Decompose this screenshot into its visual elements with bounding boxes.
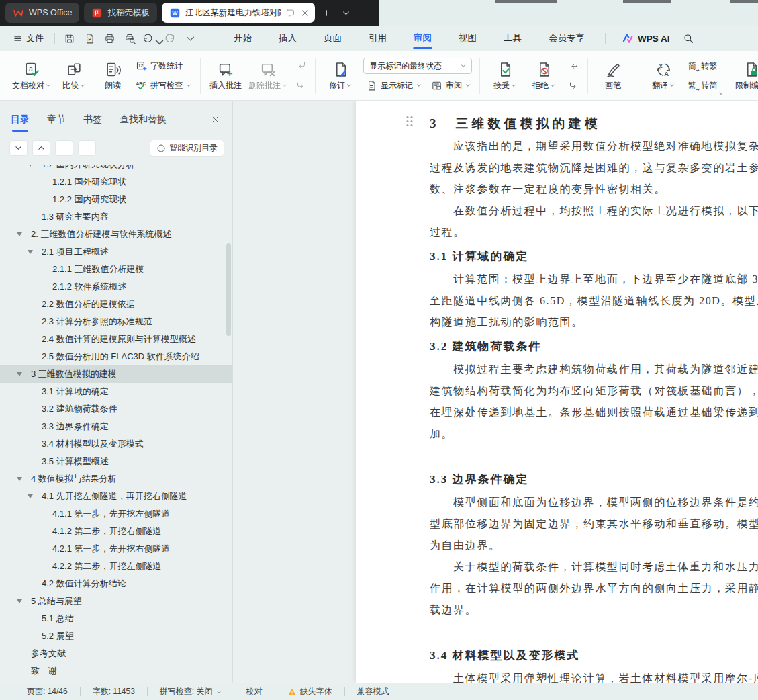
toc-expand-down-button[interactable] [9,140,28,156]
document-page[interactable]: 3 三维数值模拟的建模应该指出的是，期望采用数值分析模型绝对准确地模拟复杂的盾构… [356,101,758,683]
toc-item[interactable]: 4.1 先开挖左侧隧道，再开挖右侧隧道 [0,488,232,505]
sidebar-tab-chapters[interactable]: 章节 [47,114,66,126]
menu-tab-review[interactable]: 审阅 [400,26,445,51]
status-page-indicator[interactable]: 页面: 14/46 [27,683,80,700]
new-tab-button[interactable] [320,5,334,20]
status-spell-check[interactable]: 拼写检查: 关闭 [148,683,234,700]
sidebar-tab-bookmarks[interactable]: 书签 [83,114,102,126]
previous-change-button[interactable] [565,58,581,74]
paragraph-drag-handle[interactable] [406,116,414,127]
toc-item[interactable]: 4.1.2 第二步，开挖右侧隧道 [0,523,232,540]
toc-item[interactable]: 致 谢 [0,662,232,680]
status-proofread[interactable]: 校对 [234,683,275,700]
toc-item[interactable]: 4.2.1 第一步，先开挖右侧隧道 [0,540,232,558]
toc-expand-arrow[interactable] [17,232,22,236]
wps-ai-button[interactable]: WPS AI [622,32,670,44]
spell-check-button[interactable]: ABC拼写检查 [133,77,194,93]
toc-item[interactable]: 2.1.2 软件系统概述 [0,278,232,296]
compare-button[interactable]: 比较 [55,55,93,97]
toc-item[interactable]: 1.2 国内外研究现状分析 [0,165,232,173]
save-button[interactable] [60,30,79,47]
markup-state-select[interactable]: 显示标记的最终状态 [363,58,472,74]
toc-item[interactable]: 4.2 数值计算分析结论 [0,575,232,593]
toc-item[interactable]: 4.1.1 第一步，先开挖左侧隧道 [0,505,232,523]
reject-button[interactable]: 拒绝 [525,55,563,97]
tab-list-chevron-icon[interactable] [339,5,354,20]
sidebar-scrollbar[interactable] [226,243,231,336]
menu-tab-insert[interactable]: 插入 [265,26,310,51]
status-compat-mode[interactable]: 兼容模式 [345,683,401,700]
previous-comment-button[interactable] [293,58,309,74]
menu-tab-start[interactable]: 开始 [220,26,265,51]
print-preview-button[interactable] [121,30,139,47]
search-button[interactable] [679,30,697,47]
undo-button[interactable] [141,30,159,47]
show-markup-button[interactable]: 显示标记 [363,77,424,93]
toc-item[interactable]: 3.5 计算模型概述 [0,453,232,470]
toc-item[interactable]: 2.3 计算分析参照的标准规范 [0,313,232,331]
delete-comment-button[interactable]: 删除批注 [246,55,290,97]
translate-button[interactable]: xA翻译 [645,55,682,97]
toc-expand-arrow[interactable] [17,477,22,481]
toc-item[interactable]: 1.2.1 国外研究现状 [0,173,232,191]
toc-collapse-all-button[interactable] [78,140,96,156]
toc-expand-arrow[interactable] [28,250,33,254]
toc-expand-arrow[interactable] [28,165,33,167]
print-button[interactable] [101,30,119,47]
toc-collapse-up-button[interactable] [32,140,50,156]
toc-item[interactable]: 3 三维数值模拟的建模 [0,365,232,383]
menu-tab-view[interactable]: 视图 [445,26,490,51]
sidebar-tab-find-replace[interactable]: 查找和替换 [120,114,167,126]
toc-expand-all-button[interactable] [55,140,73,156]
tab-document[interactable]: W江北区某新建电力铁塔对隧道 [162,3,315,23]
review-pane-button[interactable]: 审阅 [428,77,473,93]
sidebar-tab-toc[interactable]: 目录 [11,114,30,126]
tab-close-icon[interactable] [300,8,310,18]
status-word-count[interactable]: 字数: 11453 [81,683,147,700]
toc-item[interactable]: 2.5 数值分析用的 FLAC3D 软件系统介绍 [0,348,232,365]
toc-item[interactable]: 4 数值模拟与结果分析 [0,470,232,488]
group-expand-icon[interactable] [718,91,724,97]
toc-item[interactable]: 5.2 展望 [0,627,232,645]
to-traditional-button[interactable]: 简转繁 [683,58,720,74]
export-pdf-button[interactable]: P [81,30,99,47]
accept-button[interactable]: 接受 [486,55,524,97]
toc-item[interactable]: 5 总结与展望 [0,593,232,610]
menu-tab-page[interactable]: 页面 [310,26,355,51]
status-missing-fonts[interactable]: 缺失字体 [275,683,344,700]
toc-item[interactable]: 2.1 项目工程概述 [0,243,232,261]
redo-button[interactable] [161,30,179,47]
toc-item[interactable]: 3.4 材料模型以及变形模式 [0,435,232,453]
toc-item[interactable]: 5.1 总结 [0,610,232,627]
menu-tab-membership[interactable]: 会员专享 [535,26,598,51]
menu-tab-reference[interactable]: 引用 [355,26,400,51]
toc-item[interactable]: 2. 三维数值分析建模与软件系统概述 [0,226,232,243]
to-simplified-button[interactable]: 繁转简 [683,77,720,93]
next-change-button[interactable] [565,78,581,94]
track-changes-button[interactable]: 修订 [322,55,359,97]
toc-item[interactable]: 4.2.2 第二步，开挖左侧隧道 [0,558,232,575]
toc-item[interactable]: 3.1 计算域的确定 [0,383,232,400]
toc-item[interactable]: 2.1.1 三维数值分析建模 [0,261,232,278]
insert-comment-button[interactable]: 插入批注 [207,55,244,97]
tab-comment-icon[interactable] [285,8,295,18]
toc-item[interactable]: 参考文献 [0,645,232,662]
toc-expand-arrow[interactable] [28,494,33,498]
more-commands-button[interactable] [181,30,199,47]
menu-tab-tools[interactable]: 工具 [490,26,535,51]
word-count-button[interactable]: 12字数统计 [133,58,194,74]
doc-proofread-button[interactable]: a文档校对 [9,55,54,97]
toc-item[interactable]: 1.3 研究主要内容 [0,208,232,226]
restrict-editing-button[interactable]: 限制编辑 [732,55,758,97]
toc-expand-arrow[interactable] [17,372,22,376]
ink-pen-button[interactable]: 画笔 [594,55,632,97]
smart-toc-button[interactable]: 智能识别目录 [150,140,224,157]
toc-expand-arrow[interactable] [17,599,22,603]
toc-item[interactable]: 2.2 数值分析的建模依据 [0,296,232,313]
toc-item[interactable]: 1.2.2 国内研究现状 [0,191,232,208]
file-menu-button[interactable]: 文件 [8,29,49,48]
tab-wps-home[interactable]: WPS Office [5,3,79,23]
tab-docer-templates[interactable]: 找稻壳模板 [84,3,157,23]
read-aloud-button[interactable]: 朗读 [94,55,132,97]
toc-item[interactable]: 3.3 边界条件确定 [0,418,232,435]
